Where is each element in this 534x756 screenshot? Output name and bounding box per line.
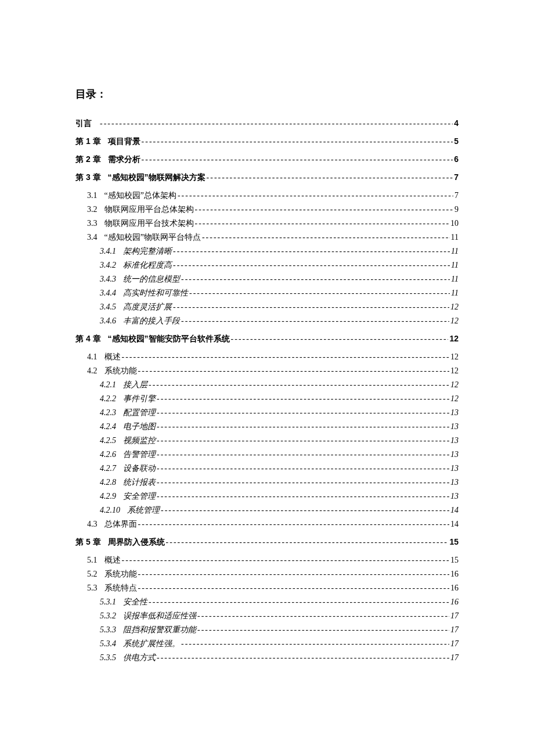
toc-entry-page: 17 xyxy=(450,610,459,622)
toc-entry-number: 4.2.1 xyxy=(100,379,116,391)
toc-entry-label: 周界防入侵系统 xyxy=(108,536,165,548)
toc-entry: 第 5 章周界防入侵系统15 xyxy=(75,536,459,548)
toc-entry-number: 3.4.1 xyxy=(100,245,116,257)
toc-entry-page: 13 xyxy=(450,406,459,419)
toc-entry: 3.3物联网应用平台技术架构10 xyxy=(75,217,459,229)
toc-entry-number: 引言 xyxy=(75,117,92,129)
toc-entry-number: 4.2.8 xyxy=(100,476,116,488)
toc-entry-page: 7 xyxy=(454,189,459,201)
toc-entry-label: 视频监控 xyxy=(123,434,156,447)
toc-entry-number: 3.1 xyxy=(87,189,98,201)
toc-entry: 3.4“感知校园”物联网平台特点11 xyxy=(75,231,459,243)
toc-entry-number: 第 3 章 xyxy=(75,171,101,183)
toc-entry-number: 3.4.3 xyxy=(100,273,116,285)
toc-entry: 第 2 章需求分析6 xyxy=(75,153,459,165)
toc-entry-page: 16 xyxy=(450,596,459,608)
toc-leader xyxy=(173,245,450,257)
toc-leader xyxy=(157,448,449,460)
toc-leader xyxy=(189,287,450,299)
toc-entry-page: 11 xyxy=(451,245,459,257)
toc-leader xyxy=(173,259,450,271)
toc-entry-number: 4.3 xyxy=(87,518,98,530)
toc-entry-label: 系统扩展性强。 xyxy=(123,638,180,650)
toc-entry: 4.2.6告警管理13 xyxy=(75,448,459,460)
toc-entry: 4.2.10系统管理14 xyxy=(75,504,459,516)
toc-entry-page: 11 xyxy=(451,231,459,243)
toc-entry-page: 11 xyxy=(451,273,459,285)
toc-entry-number: 5.2 xyxy=(87,568,98,580)
toc-leader xyxy=(142,135,453,147)
toc-entry: 4.2.7设备联动13 xyxy=(75,462,459,474)
toc-entry-page: 12 xyxy=(450,365,459,377)
toc-title: 目录： xyxy=(75,87,459,101)
toc-leader xyxy=(149,596,449,608)
toc-entry-label: 概述 xyxy=(104,351,121,363)
toc-entry: 3.4.1架构完整清晰11 xyxy=(75,245,459,257)
toc-entry: 4.2.1接入层12 xyxy=(75,379,459,391)
toc-leader xyxy=(100,117,453,129)
toc-leader xyxy=(202,231,450,243)
toc-leader xyxy=(122,351,450,363)
toc-entry-label: 阻挡和报警双重功能 xyxy=(123,624,196,636)
toc-entry-page: 13 xyxy=(450,462,459,474)
toc-leader xyxy=(157,476,449,488)
toc-entry: 第 1 章项目背景5 xyxy=(75,135,459,147)
toc-leader xyxy=(178,189,453,201)
toc-entry-page: 14 xyxy=(450,504,459,516)
toc-entry-label: 系统功能 xyxy=(104,568,137,580)
toc-entry-page: 9 xyxy=(454,203,459,215)
toc-entry-label: “感知校园”智能安防平台软件系统 xyxy=(108,333,230,345)
toc-leader xyxy=(181,273,450,285)
toc-leader xyxy=(181,638,449,650)
toc-entry-number: 第 4 章 xyxy=(75,333,101,345)
toc-entry-label: 总体界面 xyxy=(104,518,137,530)
toc-entry-label: 误报率低和适应性强 xyxy=(123,610,196,622)
toc-entry-number: 3.3 xyxy=(87,217,98,229)
toc-entry-number: 3.4.4 xyxy=(100,287,116,299)
toc-leader xyxy=(157,393,449,405)
toc-leader xyxy=(149,379,449,391)
toc-entry-page: 12 xyxy=(450,379,459,391)
toc-entry-page: 11 xyxy=(451,259,459,271)
toc-entry-number: 5.3.5 xyxy=(100,651,116,664)
toc-entry: 4.2.2事件引擎12 xyxy=(75,393,459,405)
toc-leader xyxy=(173,301,449,313)
toc-entry: 5.3.2误报率低和适应性强17 xyxy=(75,610,459,622)
toc-entry-page: 13 xyxy=(450,490,459,502)
toc-leader xyxy=(138,568,450,580)
toc-entry-number: 5.3.4 xyxy=(100,638,116,650)
toc-body: 引言4第 1 章项目背景5第 2 章需求分析6第 3 章“感知校园”物联网解决方… xyxy=(75,117,459,664)
toc-entry-number: 5.1 xyxy=(87,554,98,566)
toc-entry-label: 电子地图 xyxy=(123,420,156,433)
toc-entry-number: 5.3.1 xyxy=(100,596,116,608)
toc-entry-label: 安全管理 xyxy=(123,490,156,502)
toc-leader xyxy=(138,582,450,594)
toc-entry-number: 4.2.2 xyxy=(100,393,116,405)
toc-leader xyxy=(166,536,449,548)
toc-entry-page: 15 xyxy=(450,554,459,566)
toc-entry: 5.2系统功能16 xyxy=(75,568,459,580)
toc-entry-page: 13 xyxy=(450,420,459,433)
toc-entry-page: 12 xyxy=(449,333,459,345)
toc-entry: 4.2.9安全管理13 xyxy=(75,490,459,502)
toc-entry: 3.4.3统一的信息模型11 xyxy=(75,273,459,285)
toc-entry-label: 事件引擎 xyxy=(123,393,156,405)
toc-entry-label: 统一的信息模型 xyxy=(123,273,180,285)
toc-entry: 第 4 章“感知校园”智能安防平台软件系统12 xyxy=(75,333,459,345)
toc-entry-page: 11 xyxy=(451,287,459,299)
toc-entry: 4.2.4电子地图13 xyxy=(75,420,459,433)
toc-entry-number: 第 5 章 xyxy=(75,536,101,548)
toc-entry: 5.3.3阻挡和报警双重功能17 xyxy=(75,624,459,636)
toc-entry-label: 高度灵活扩展 xyxy=(123,301,172,313)
toc-entry-number: 第 1 章 xyxy=(75,135,101,147)
toc-entry-page: 13 xyxy=(450,434,459,447)
toc-entry-page: 13 xyxy=(450,476,459,488)
toc-entry-number: 5.3 xyxy=(87,582,98,594)
toc-entry-page: 17 xyxy=(450,651,459,664)
toc-entry-label: 安全性 xyxy=(123,596,147,608)
toc-entry-page: 12 xyxy=(450,393,459,405)
toc-entry: 第 3 章“感知校园”物联网解决方案7 xyxy=(75,171,459,183)
toc-entry-number: 3.2 xyxy=(87,203,98,215)
toc-entry: 3.1“感知校园”总体架构7 xyxy=(75,189,459,201)
toc-entry: 5.3.1安全性16 xyxy=(75,596,459,608)
